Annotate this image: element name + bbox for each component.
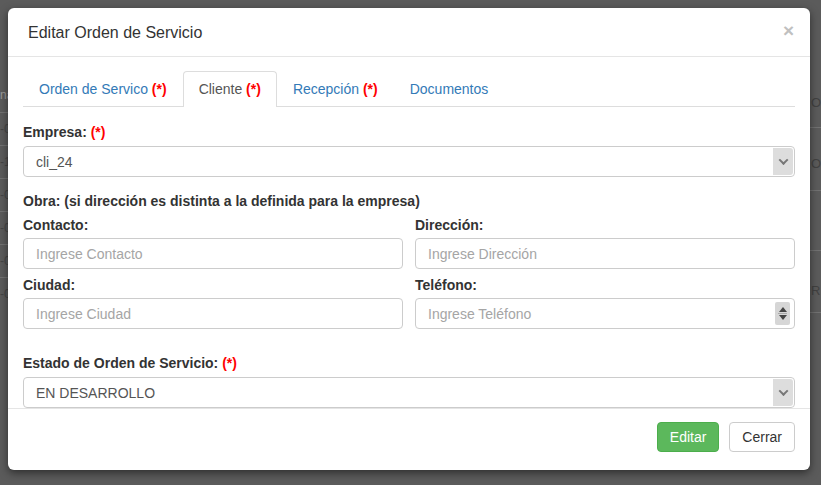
two-column-fields: Contacto: Dirección: Ciudad: Teléfono: [23,209,795,329]
background-line [0,277,8,278]
chevron-down-icon[interactable] [773,148,793,175]
required-marker: (*) [91,124,106,140]
background-line [0,112,8,113]
tab-label: Documentos [410,81,489,97]
modal-footer: Editar Cerrar [8,408,810,470]
required-marker: (*) [246,81,261,97]
tab-bar: Orden de Servico (*) Cliente (*) Recepci… [23,71,795,107]
empresa-select-value: cli_24 [36,154,73,170]
required-marker: (*) [363,81,378,97]
obra-note: Obra: (si dirección es distinta a la def… [23,193,795,209]
ciudad-label: Ciudad: [23,277,403,293]
background-line [810,127,821,128]
number-spinner[interactable] [775,302,790,325]
chevron-down-icon[interactable] [773,379,793,406]
background-line [0,244,8,245]
cerrar-button[interactable]: Cerrar [729,422,795,452]
direccion-input[interactable] [415,238,795,269]
spinner-divider [778,313,787,314]
background-line [810,250,821,251]
estado-label: Estado de Orden de Servicio: (*) [23,355,795,371]
background-fragment: O [811,156,821,171]
tab-recepcion[interactable]: Recepción (*) [277,71,394,107]
contacto-label: Contacto: [23,217,403,233]
background-line [0,145,8,146]
ciudad-input[interactable] [23,298,403,329]
empresa-label: Empresa: (*) [23,124,795,140]
contacto-input[interactable] [23,238,403,269]
background-line [0,178,8,179]
direccion-label: Dirección: [415,217,795,233]
estado-label-text: Estado de Orden de Servicio: [23,355,222,371]
background-line [0,211,8,212]
tab-cliente[interactable]: Cliente (*) [183,71,277,107]
telefono-field-group: Teléfono: [415,269,795,329]
estado-select-value: EN DESARROLLO [36,385,155,401]
background-line [810,312,821,313]
direccion-field-group: Dirección: [415,209,795,269]
background-fragment: O [811,95,821,110]
tab-label: Orden de Servico [39,81,152,97]
modal-body: Empresa: (*) cli_24 Obra: (si dirección … [8,124,810,408]
tab-label: Cliente [199,81,246,97]
tab-orden-de-servicio[interactable]: Orden de Servico (*) [23,71,183,107]
contacto-input-wrap [23,238,403,269]
telefono-input-wrap [415,298,795,329]
modal-header: Editar Orden de Servicio × [8,8,810,57]
empresa-label-text: Empresa: [23,124,91,140]
tab-documentos[interactable]: Documentos [394,71,505,107]
editar-button[interactable]: Editar [657,422,720,452]
estado-select[interactable]: EN DESARROLLO [23,377,795,408]
spinner-up-icon[interactable] [779,307,787,312]
edit-service-order-modal: Editar Orden de Servicio × Orden de Serv… [8,8,810,470]
required-marker: (*) [152,81,167,97]
ciudad-input-wrap [23,298,403,329]
modal-title: Editar Orden de Servicio [28,23,795,42]
background-line [810,190,821,191]
direccion-input-wrap [415,238,795,269]
contacto-field-group: Contacto: [23,209,403,269]
telefono-label: Teléfono: [415,277,795,293]
background-fragment: R [811,283,820,298]
ciudad-field-group: Ciudad: [23,269,403,329]
empresa-select[interactable]: cli_24 [23,146,795,177]
close-icon[interactable]: × [783,24,794,38]
tab-label: Recepción [293,81,363,97]
required-marker: (*) [222,355,237,371]
spinner-down-icon[interactable] [779,315,787,320]
telefono-input[interactable] [415,298,795,329]
